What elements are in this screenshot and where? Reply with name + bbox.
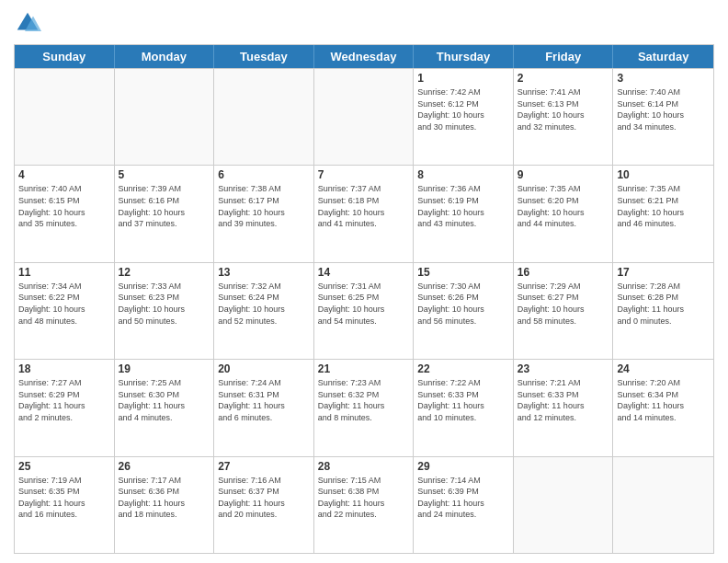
calendar-row-3: 11Sunrise: 7:34 AM Sunset: 6:22 PM Dayli…	[15, 262, 713, 359]
day-cell-19: 19Sunrise: 7:25 AM Sunset: 6:30 PM Dayli…	[115, 360, 215, 455]
header	[14, 9, 714, 37]
day-number: 11	[18, 266, 110, 279]
day-cell-27: 27Sunrise: 7:16 AM Sunset: 6:37 PM Dayli…	[214, 457, 314, 553]
day-info: Sunrise: 7:23 AM Sunset: 6:32 PM Dayligh…	[318, 377, 410, 423]
day-info: Sunrise: 7:19 AM Sunset: 6:35 PM Dayligh…	[18, 475, 110, 521]
day-cell-8: 8Sunrise: 7:36 AM Sunset: 6:19 PM Daylig…	[414, 166, 514, 261]
calendar-row-2: 4Sunrise: 7:40 AM Sunset: 6:15 PM Daylig…	[15, 165, 713, 261]
day-cell-10: 10Sunrise: 7:35 AM Sunset: 6:21 PM Dayli…	[613, 166, 713, 261]
day-cell-7: 7Sunrise: 7:37 AM Sunset: 6:18 PM Daylig…	[314, 166, 415, 261]
day-number: 17	[617, 266, 710, 279]
calendar-row-1: 1Sunrise: 7:42 AM Sunset: 6:12 PM Daylig…	[15, 68, 713, 165]
day-cell-empty-0-3	[314, 69, 415, 165]
day-number: 20	[218, 362, 310, 375]
day-number: 12	[119, 266, 210, 279]
day-cell-empty-0-2	[214, 69, 314, 165]
day-number: 4	[18, 168, 110, 181]
day-cell-1: 1Sunrise: 7:42 AM Sunset: 6:12 PM Daylig…	[414, 69, 514, 165]
day-cell-empty-0-1	[115, 69, 215, 165]
day-cell-3: 3Sunrise: 7:40 AM Sunset: 6:14 PM Daylig…	[613, 69, 713, 165]
day-number: 23	[518, 362, 609, 375]
day-info: Sunrise: 7:20 AM Sunset: 6:34 PM Dayligh…	[617, 377, 710, 423]
day-info: Sunrise: 7:38 AM Sunset: 6:17 PM Dayligh…	[218, 183, 310, 229]
day-number: 26	[119, 460, 210, 473]
day-number: 3	[617, 72, 710, 85]
page: SundayMondayTuesdayWednesdayThursdayFrid…	[0, 0, 728, 563]
day-info: Sunrise: 7:24 AM Sunset: 6:31 PM Dayligh…	[218, 377, 310, 423]
header-day-monday: Monday	[115, 45, 215, 68]
day-info: Sunrise: 7:34 AM Sunset: 6:22 PM Dayligh…	[18, 281, 110, 327]
header-day-thursday: Thursday	[414, 45, 514, 68]
day-cell-9: 9Sunrise: 7:35 AM Sunset: 6:20 PM Daylig…	[514, 166, 614, 261]
day-cell-26: 26Sunrise: 7:17 AM Sunset: 6:36 PM Dayli…	[115, 457, 215, 553]
day-cell-23: 23Sunrise: 7:21 AM Sunset: 6:33 PM Dayli…	[514, 360, 614, 455]
day-info: Sunrise: 7:40 AM Sunset: 6:15 PM Dayligh…	[18, 183, 110, 229]
day-cell-21: 21Sunrise: 7:23 AM Sunset: 6:32 PM Dayli…	[314, 360, 415, 455]
day-number: 21	[318, 362, 410, 375]
day-info: Sunrise: 7:31 AM Sunset: 6:25 PM Dayligh…	[318, 281, 410, 327]
day-number: 24	[617, 362, 710, 375]
calendar-header: SundayMondayTuesdayWednesdayThursdayFrid…	[15, 45, 713, 68]
day-number: 14	[318, 266, 410, 279]
day-number: 25	[18, 460, 110, 473]
day-cell-28: 28Sunrise: 7:15 AM Sunset: 6:38 PM Dayli…	[314, 457, 415, 553]
day-number: 19	[119, 362, 210, 375]
day-info: Sunrise: 7:36 AM Sunset: 6:19 PM Dayligh…	[417, 183, 509, 229]
day-number: 10	[617, 168, 710, 181]
day-info: Sunrise: 7:21 AM Sunset: 6:33 PM Dayligh…	[518, 377, 609, 423]
day-info: Sunrise: 7:29 AM Sunset: 6:27 PM Dayligh…	[518, 281, 609, 327]
day-number: 15	[417, 266, 509, 279]
day-cell-5: 5Sunrise: 7:39 AM Sunset: 6:16 PM Daylig…	[115, 166, 215, 261]
day-info: Sunrise: 7:28 AM Sunset: 6:28 PM Dayligh…	[617, 281, 710, 327]
day-info: Sunrise: 7:30 AM Sunset: 6:26 PM Dayligh…	[417, 281, 509, 327]
day-cell-13: 13Sunrise: 7:32 AM Sunset: 6:24 PM Dayli…	[214, 263, 314, 359]
day-cell-17: 17Sunrise: 7:28 AM Sunset: 6:28 PM Dayli…	[613, 263, 713, 359]
day-cell-11: 11Sunrise: 7:34 AM Sunset: 6:22 PM Dayli…	[15, 263, 115, 359]
day-info: Sunrise: 7:42 AM Sunset: 6:12 PM Dayligh…	[417, 86, 509, 132]
day-cell-16: 16Sunrise: 7:29 AM Sunset: 6:27 PM Dayli…	[514, 263, 614, 359]
day-cell-29: 29Sunrise: 7:14 AM Sunset: 6:39 PM Dayli…	[414, 457, 514, 553]
day-number: 29	[417, 460, 509, 473]
day-info: Sunrise: 7:14 AM Sunset: 6:39 PM Dayligh…	[417, 475, 509, 521]
day-info: Sunrise: 7:35 AM Sunset: 6:21 PM Dayligh…	[617, 183, 710, 229]
calendar-row-4: 18Sunrise: 7:27 AM Sunset: 6:29 PM Dayli…	[15, 359, 713, 455]
day-info: Sunrise: 7:22 AM Sunset: 6:33 PM Dayligh…	[417, 377, 509, 423]
day-number: 18	[18, 362, 110, 375]
day-cell-6: 6Sunrise: 7:38 AM Sunset: 6:17 PM Daylig…	[214, 166, 314, 261]
day-cell-4: 4Sunrise: 7:40 AM Sunset: 6:15 PM Daylig…	[15, 166, 115, 261]
day-info: Sunrise: 7:41 AM Sunset: 6:13 PM Dayligh…	[518, 86, 609, 132]
day-cell-14: 14Sunrise: 7:31 AM Sunset: 6:25 PM Dayli…	[314, 263, 415, 359]
day-number: 13	[218, 266, 310, 279]
day-info: Sunrise: 7:35 AM Sunset: 6:20 PM Dayligh…	[518, 183, 609, 229]
day-number: 16	[518, 266, 609, 279]
day-info: Sunrise: 7:15 AM Sunset: 6:38 PM Dayligh…	[318, 475, 410, 521]
day-number: 6	[218, 168, 310, 181]
day-number: 5	[119, 168, 210, 181]
header-day-saturday: Saturday	[613, 45, 713, 68]
day-info: Sunrise: 7:33 AM Sunset: 6:23 PM Dayligh…	[119, 281, 210, 327]
day-cell-empty-0-0	[15, 69, 115, 165]
day-number: 1	[417, 72, 509, 85]
day-number: 22	[417, 362, 509, 375]
day-cell-2: 2Sunrise: 7:41 AM Sunset: 6:13 PM Daylig…	[514, 69, 614, 165]
day-number: 9	[518, 168, 609, 181]
day-cell-24: 24Sunrise: 7:20 AM Sunset: 6:34 PM Dayli…	[613, 360, 713, 455]
day-info: Sunrise: 7:25 AM Sunset: 6:30 PM Dayligh…	[119, 377, 210, 423]
day-info: Sunrise: 7:16 AM Sunset: 6:37 PM Dayligh…	[218, 475, 310, 521]
day-info: Sunrise: 7:32 AM Sunset: 6:24 PM Dayligh…	[218, 281, 310, 327]
logo	[14, 9, 45, 37]
header-day-friday: Friday	[514, 45, 614, 68]
day-number: 27	[218, 460, 310, 473]
header-day-wednesday: Wednesday	[314, 45, 415, 68]
logo-icon	[14, 9, 41, 37]
day-number: 8	[417, 168, 509, 181]
day-info: Sunrise: 7:40 AM Sunset: 6:14 PM Dayligh…	[617, 86, 710, 132]
day-info: Sunrise: 7:37 AM Sunset: 6:18 PM Dayligh…	[318, 183, 410, 229]
day-number: 2	[518, 72, 609, 85]
day-cell-20: 20Sunrise: 7:24 AM Sunset: 6:31 PM Dayli…	[214, 360, 314, 455]
day-cell-25: 25Sunrise: 7:19 AM Sunset: 6:35 PM Dayli…	[15, 457, 115, 553]
day-info: Sunrise: 7:39 AM Sunset: 6:16 PM Dayligh…	[119, 183, 210, 229]
day-cell-12: 12Sunrise: 7:33 AM Sunset: 6:23 PM Dayli…	[115, 263, 215, 359]
day-cell-22: 22Sunrise: 7:22 AM Sunset: 6:33 PM Dayli…	[414, 360, 514, 455]
day-cell-15: 15Sunrise: 7:30 AM Sunset: 6:26 PM Dayli…	[414, 263, 514, 359]
